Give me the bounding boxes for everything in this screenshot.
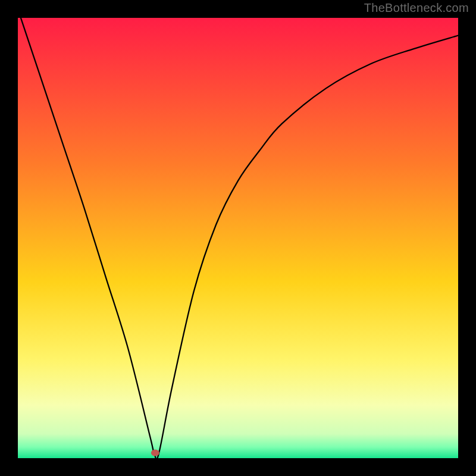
gradient-rect: [18, 18, 458, 458]
plot-area: [18, 18, 458, 458]
minimum-marker: [151, 450, 159, 456]
watermark-text: TheBottleneck.com: [364, 1, 469, 15]
chart-svg: [18, 18, 458, 458]
chart-frame: TheBottleneck.com: [0, 0, 476, 476]
